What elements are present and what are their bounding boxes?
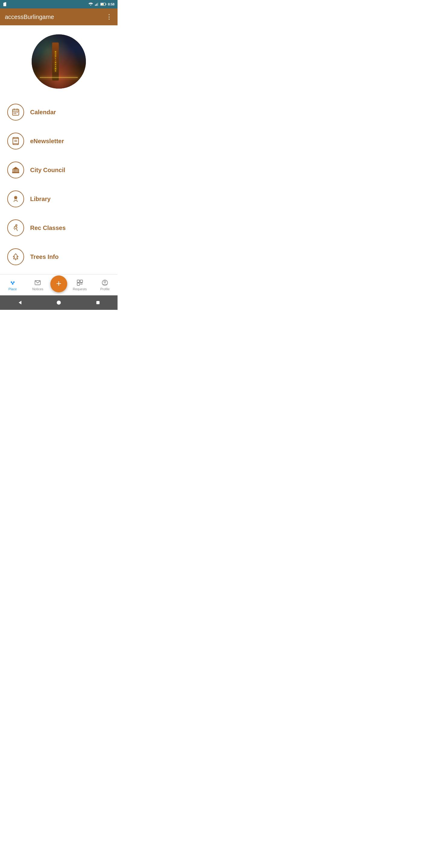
nav-item-requests[interactable]: Requests	[67, 275, 93, 296]
svg-rect-12	[13, 112, 15, 113]
calendar-icon-circle	[7, 104, 24, 121]
menu-item-trees-info[interactable]: Trees Info	[0, 242, 118, 271]
hero-section: BURLINGAME	[0, 25, 118, 95]
requests-icon	[76, 279, 84, 286]
svg-rect-23	[17, 169, 18, 172]
status-bar-left	[3, 2, 7, 6]
rec-icon	[11, 224, 20, 232]
menu-item-city-council[interactable]: City Council	[0, 156, 118, 184]
nav-item-place[interactable]: Place	[0, 275, 25, 296]
menu-item-library[interactable]: Library	[0, 184, 118, 213]
menu-label-enewsletter: eNewsletter	[30, 138, 64, 145]
calendar-icon	[11, 108, 20, 116]
svg-rect-1	[96, 4, 96, 6]
recents-icon	[95, 300, 101, 305]
nav-label-place: Place	[8, 287, 17, 291]
status-bar: ⚡ 8:58	[0, 0, 118, 8]
menu-label-rec-classes: Rec Classes	[30, 224, 66, 231]
city-photo-inner: BURLINGAME	[32, 34, 86, 89]
overflow-menu-button[interactable]: ⋮	[106, 13, 113, 21]
city-photo: BURLINGAME	[32, 34, 86, 89]
signal-icon	[95, 2, 99, 6]
menu-label-library: Library	[30, 195, 51, 203]
nav-item-profile[interactable]: Profile	[93, 275, 118, 296]
svg-point-32	[13, 281, 14, 283]
nav-item-notices[interactable]: Notices	[25, 275, 51, 296]
menu-item-calendar[interactable]: Calendar	[0, 98, 118, 127]
book-icon	[11, 137, 20, 145]
svg-rect-14	[17, 112, 18, 113]
tree-icon	[11, 253, 20, 261]
svg-rect-0	[95, 5, 96, 6]
nav-label-notices: Notices	[32, 287, 43, 291]
svg-rect-38	[80, 280, 83, 282]
svg-rect-37	[77, 280, 80, 282]
menu-item-enewsletter[interactable]: eNewsletter	[0, 127, 118, 156]
svg-line-34	[11, 283, 13, 283]
svg-rect-21	[14, 169, 15, 172]
svg-rect-20	[13, 169, 13, 172]
svg-rect-13	[15, 112, 16, 113]
svg-rect-24	[18, 169, 19, 172]
burlingame-sign: BURLINGAME	[52, 42, 59, 81]
svg-point-27	[15, 197, 16, 198]
svg-point-31	[10, 281, 12, 283]
svg-rect-16	[15, 113, 16, 114]
svg-marker-29	[13, 254, 18, 259]
street-lights	[40, 77, 78, 78]
status-bar-right: ⚡ 8:58	[88, 2, 115, 6]
trees-icon-circle	[7, 248, 24, 265]
status-time: 8:58	[108, 2, 115, 6]
notices-icon	[34, 279, 41, 286]
svg-point-33	[12, 283, 13, 285]
app-bar: accessBurlingame ⋮	[0, 8, 118, 25]
android-nav-bar	[0, 296, 118, 310]
svg-rect-19	[12, 172, 19, 173]
svg-point-45	[57, 301, 61, 305]
rec-classes-icon-circle	[7, 219, 24, 236]
nav-label-requests: Requests	[73, 287, 87, 291]
menu-list: Calendar eNewsletter	[0, 95, 118, 274]
library-icon	[11, 195, 20, 203]
svg-point-43	[104, 281, 106, 283]
back-button[interactable]	[15, 298, 24, 307]
svg-rect-15	[13, 113, 15, 114]
menu-label-city-council: City Council	[30, 167, 65, 174]
svg-marker-44	[19, 301, 22, 304]
svg-rect-46	[96, 301, 100, 304]
svg-line-35	[13, 283, 14, 283]
add-icon: +	[56, 279, 61, 288]
home-button[interactable]	[54, 298, 63, 307]
svg-rect-41	[77, 283, 80, 285]
svg-rect-2	[97, 3, 97, 6]
back-icon	[17, 300, 22, 305]
svg-rect-22	[16, 169, 16, 172]
home-icon	[56, 300, 61, 305]
city-council-icon-circle	[7, 161, 24, 179]
svg-point-28	[16, 224, 17, 226]
nav-label-profile: Profile	[100, 287, 110, 291]
menu-label-trees-info: Trees Info	[30, 253, 59, 260]
recents-button[interactable]	[93, 298, 102, 307]
profile-icon	[101, 279, 108, 286]
council-icon	[11, 166, 20, 174]
add-button[interactable]: +	[50, 276, 67, 292]
enewsletter-icon-circle	[7, 133, 24, 150]
menu-item-rec-classes[interactable]: Rec Classes	[0, 213, 118, 242]
sign-text: BURLINGAME	[55, 51, 56, 72]
place-icon	[9, 279, 16, 286]
library-icon-circle	[7, 190, 24, 207]
svg-rect-5	[105, 4, 106, 5]
sim-card-icon	[3, 2, 7, 6]
wifi-icon	[88, 2, 93, 6]
svg-marker-25	[12, 167, 19, 169]
app-title: accessBurlingame	[5, 13, 54, 21]
svg-text:⚡: ⚡	[101, 3, 104, 6]
svg-rect-3	[98, 3, 98, 6]
bottom-nav: Place Notices + Requests Profile	[0, 274, 118, 296]
battery-icon: ⚡	[100, 2, 106, 6]
menu-label-calendar: Calendar	[30, 109, 56, 116]
